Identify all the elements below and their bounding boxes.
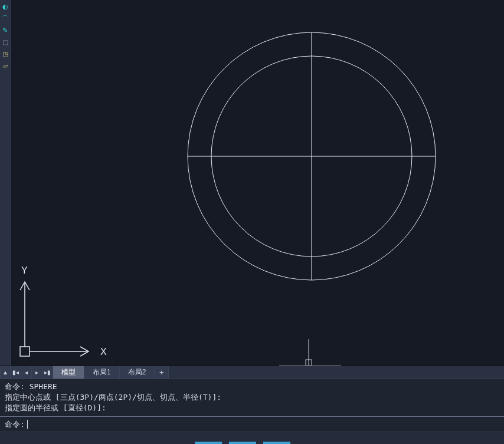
command-log-line1: 命令: SPHERE (5, 382, 57, 391)
tool-icon-6[interactable]: ▱ (1, 61, 9, 70)
status-highlight-2 (229, 442, 256, 444)
tab-layout1[interactable]: 布局1 (84, 366, 120, 379)
tab-prev-button[interactable]: ◂ (21, 366, 32, 379)
svg-rect-3 (20, 347, 30, 356)
status-bar (0, 432, 504, 444)
tool-icon-3[interactable]: ✎ (1, 26, 9, 34)
tab-layout2[interactable]: 布局2 (120, 366, 155, 379)
ground-marker (279, 339, 341, 366)
command-log: 命令: SPHERE 指定中心点或 [三点(3P)/两点(2P)/切点、切点、半… (0, 379, 504, 416)
tab-add-button[interactable]: + (155, 366, 169, 379)
tab-model[interactable]: 模型 (53, 366, 84, 379)
tool-icon-4[interactable]: ▢ (1, 38, 9, 46)
command-line[interactable]: 命令: (0, 416, 504, 432)
tab-nav: ▲ ▮◂ ◂ ▸ ▸▮ (0, 366, 53, 379)
command-log-line3: 指定圆的半径或 [直径(D)]: (5, 403, 106, 412)
layout-tabstrip: ▲ ▮◂ ◂ ▸ ▸▮ 模型 布局1 布局2 + (0, 366, 504, 379)
ucs-icon (20, 282, 89, 356)
drawing-viewport[interactable]: X Y (11, 0, 504, 366)
ucs-x-label: X (100, 347, 107, 357)
tab-last-button[interactable]: ▸▮ (42, 366, 53, 379)
status-highlight-3 (263, 442, 290, 444)
left-toolbar: ◐ ⌒ ✎ ▢ ◳ ▱ (0, 0, 11, 366)
text-caret-icon (27, 420, 28, 429)
tool-icon-2[interactable]: ⌒ (1, 14, 9, 22)
status-highlight-1 (195, 442, 222, 444)
tool-icon-1[interactable]: ◐ (1, 2, 9, 11)
command-log-line2: 指定中心点或 [三点(3P)/两点(2P)/切点、切点、半径(T)]: (5, 393, 221, 402)
tab-first-button[interactable]: ▮◂ (11, 366, 21, 379)
command-prompt-label: 命令: (5, 419, 25, 430)
tool-icon-5[interactable]: ◳ (1, 50, 9, 58)
tab-collapse-button[interactable]: ▲ (0, 366, 11, 379)
tab-next-button[interactable]: ▸ (32, 366, 42, 379)
ucs-y-label: Y (21, 265, 28, 275)
